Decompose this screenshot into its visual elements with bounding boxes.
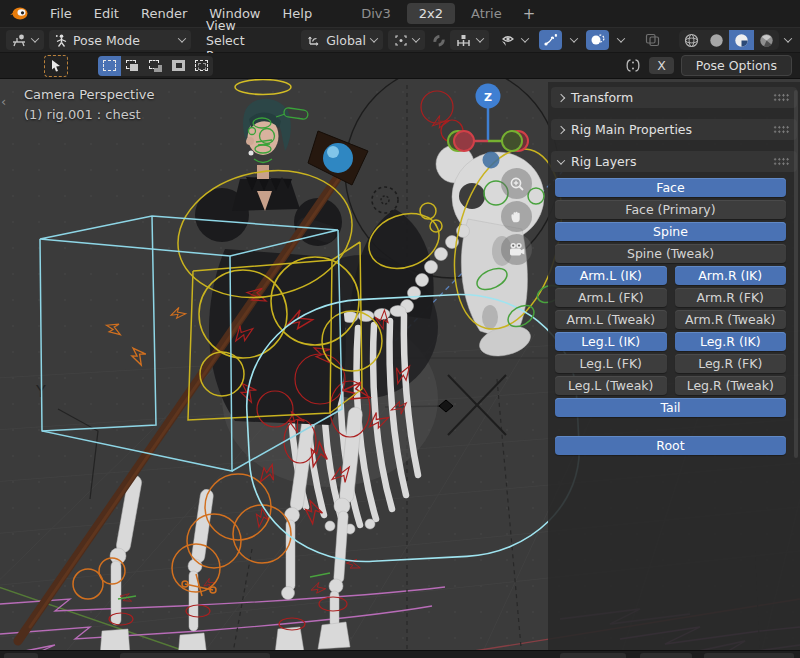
gizmo-icon xyxy=(543,33,558,47)
pan-button[interactable] xyxy=(501,201,532,232)
mirror-x-button[interactable]: X xyxy=(649,57,674,74)
menu-edit[interactable]: Edit xyxy=(83,0,130,27)
magnet-icon xyxy=(432,33,447,47)
rig-layer-spine-tweak[interactable]: Spine (Tweak) xyxy=(555,244,786,263)
region-toggle-arrow[interactable]: ‹ xyxy=(1,94,6,109)
panel-grip-icon[interactable] xyxy=(773,93,790,102)
tweak-cursor-icon xyxy=(50,59,62,72)
shading-material-icon xyxy=(734,33,749,48)
mirror-x-icon[interactable] xyxy=(624,58,642,73)
visibility-icon xyxy=(500,33,517,47)
shading-solid-button[interactable] xyxy=(704,30,729,50)
gizmos-dropdown[interactable] xyxy=(567,30,581,50)
rig-layer-spine[interactable]: Spine xyxy=(555,222,786,241)
editor-strip-button[interactable] xyxy=(704,653,794,658)
chevron-right-icon xyxy=(557,125,565,133)
editor-strip-button[interactable] xyxy=(560,653,626,658)
head-rig-halo xyxy=(235,80,291,95)
shading-dropdown[interactable] xyxy=(784,34,792,42)
shading-wireframe-icon xyxy=(684,33,699,48)
panel-header-rig-layers[interactable]: Rig Layers xyxy=(551,151,797,172)
camera-view-button[interactable] xyxy=(501,234,532,265)
workspace-tab-div3[interactable]: Div3 xyxy=(349,3,403,24)
rig-layer-leg-l-tweak[interactable]: Leg.L (Tweak) xyxy=(555,376,667,395)
panel-header-rig-main-properties[interactable]: Rig Main Properties xyxy=(551,119,797,140)
editor-strip-button[interactable] xyxy=(4,653,38,658)
panel-scrollbar[interactable] xyxy=(794,90,798,458)
rig-layer-tail[interactable]: Tail xyxy=(555,398,786,417)
overlays-dropdown[interactable] xyxy=(614,30,628,50)
chevron-down-icon xyxy=(570,34,578,42)
editor-strip-button[interactable] xyxy=(640,653,692,658)
blender-logo-icon[interactable] xyxy=(9,6,31,22)
select-mode-set[interactable] xyxy=(98,56,121,76)
overlays-icon xyxy=(590,33,605,47)
orbit-gizmo[interactable]: Z xyxy=(442,83,534,175)
rig-layer-leg-l-ik[interactable]: Leg.L (IK) xyxy=(555,332,667,351)
menu-view[interactable]: View xyxy=(196,18,246,33)
tool-settings-row: X Pose Options xyxy=(0,53,800,79)
camera-view-icon xyxy=(508,242,525,257)
shading-wireframe-button[interactable] xyxy=(679,30,704,50)
rig-layer-leg-r-fk[interactable]: Leg.R (FK) xyxy=(675,354,787,373)
panel-grip-icon[interactable] xyxy=(773,157,790,166)
shading-material-button[interactable] xyxy=(729,30,754,50)
rig-layer-arm-r-tweak[interactable]: Arm.R (Tweak) xyxy=(675,310,787,329)
select-mode-intersect[interactable] xyxy=(190,56,213,76)
pivot-dropdown[interactable] xyxy=(388,30,425,50)
orientation-dropdown[interactable]: Global xyxy=(301,30,383,50)
pose-options-button[interactable]: Pose Options xyxy=(681,55,792,76)
blender-window: File Edit Render Window Help Div3 2x2 At… xyxy=(0,0,800,658)
rig-layer-arm-r-fk[interactable]: Arm.R (FK) xyxy=(675,288,787,307)
workspace-tab-atrie[interactable]: Atrie xyxy=(459,3,514,24)
select-mode-invert[interactable] xyxy=(167,56,190,76)
rig-layer-leg-r-tweak[interactable]: Leg.R (Tweak) xyxy=(675,376,787,395)
rig-layer-leg-r-ik[interactable]: Leg.R (IK) xyxy=(675,332,787,351)
snap-toggle[interactable] xyxy=(430,30,449,50)
workspace-tabs: Div3 2x2 Atrie + xyxy=(347,3,535,24)
tweak-tool-button[interactable] xyxy=(44,55,68,77)
menu-file[interactable]: File xyxy=(39,0,83,27)
rig-layer-arm-l-fk[interactable]: Arm.L (FK) xyxy=(555,288,667,307)
chevron-down-icon xyxy=(178,34,186,42)
add-workspace-button[interactable]: + xyxy=(523,5,536,23)
overlays-toggle[interactable] xyxy=(586,30,609,50)
snap-settings-dropdown[interactable] xyxy=(450,30,489,50)
gizmos-toggle[interactable] xyxy=(539,30,562,50)
select-mode-extend[interactable] xyxy=(121,56,144,76)
workspace-tab-2x2[interactable]: 2x2 xyxy=(407,3,455,24)
orientation-icon xyxy=(307,34,321,47)
svg-text:Y: Y xyxy=(35,382,46,401)
rider-character[interactable] xyxy=(195,80,346,426)
panel-title: Rig Layers xyxy=(571,154,636,169)
rig-layer-arm-l-ik[interactable]: Arm.L (IK) xyxy=(555,266,667,285)
rig-layer-leg-l-fk[interactable]: Leg.L (FK) xyxy=(555,354,667,373)
shading-rendered-button[interactable] xyxy=(754,30,779,50)
viewport-header: Pose Mode View Select Pose Global xyxy=(0,27,800,53)
panel-grip-icon[interactable] xyxy=(773,125,790,134)
chevron-right-icon xyxy=(557,93,565,101)
panel-header-transform[interactable]: Transform xyxy=(551,87,797,108)
rig-layer-root[interactable]: Root xyxy=(555,436,786,455)
viewport-3d[interactable]: Y xyxy=(0,79,800,658)
topbar: File Edit Render Window Help Div3 2x2 At… xyxy=(0,0,800,27)
sidebar-n-panel: Transform Rig Main Properties Rig Layers… xyxy=(548,82,800,650)
rig-layer-arm-l-tweak[interactable]: Arm.L (Tweak) xyxy=(555,310,667,329)
editor-strip-button[interactable] xyxy=(120,653,270,658)
shading-solid-icon xyxy=(709,33,724,48)
menu-select[interactable]: Select xyxy=(196,33,255,48)
select-mode-subtract[interactable] xyxy=(144,56,167,76)
rig-layer-face[interactable]: Face xyxy=(555,178,786,197)
rig-layers-body: Face Face (Primary) Spine Spine (Tweak) … xyxy=(548,172,800,461)
rig-layer-arm-r-ik[interactable]: Arm.R (IK) xyxy=(675,266,787,285)
menu-render[interactable]: Render xyxy=(130,0,198,27)
zoom-button[interactable] xyxy=(501,168,532,199)
visibility-dropdown[interactable] xyxy=(494,30,534,50)
editor-type-button[interactable] xyxy=(6,30,44,50)
chevron-down-icon xyxy=(370,34,378,42)
xray-toggle[interactable] xyxy=(639,30,666,50)
zoom-plus-icon xyxy=(509,176,525,192)
mode-dropdown[interactable]: Pose Mode xyxy=(49,30,191,50)
panel-title: Transform xyxy=(571,90,633,105)
rig-layer-face-primary[interactable]: Face (Primary) xyxy=(555,200,786,219)
